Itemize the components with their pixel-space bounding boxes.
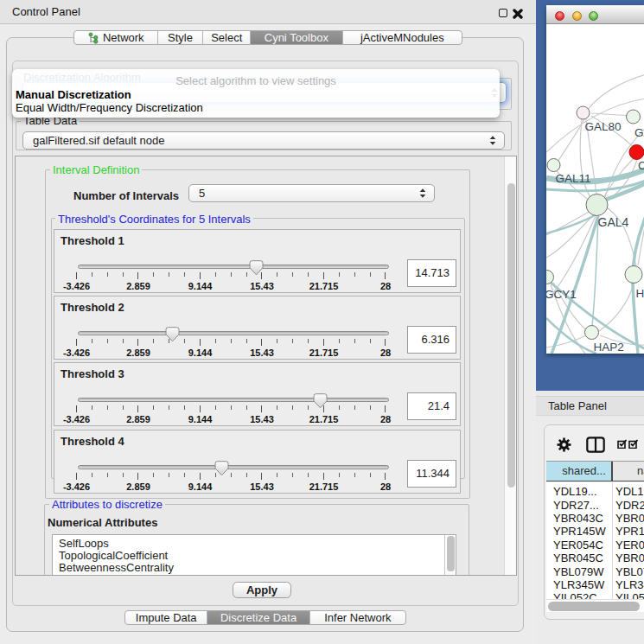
svg-text:GAL3: GAL3 [634, 126, 644, 139]
svg-text:CD: CD [638, 159, 644, 172]
svg-text:GAL4: GAL4 [598, 215, 629, 229]
svg-text:GAL11: GAL11 [556, 172, 591, 185]
svg-text:HIS4: HIS4 [636, 287, 644, 300]
svg-text:GCY1: GCY1 [546, 288, 577, 301]
svg-text:GAL80: GAL80 [585, 120, 622, 133]
svg-text:HAP2: HAP2 [594, 341, 624, 354]
